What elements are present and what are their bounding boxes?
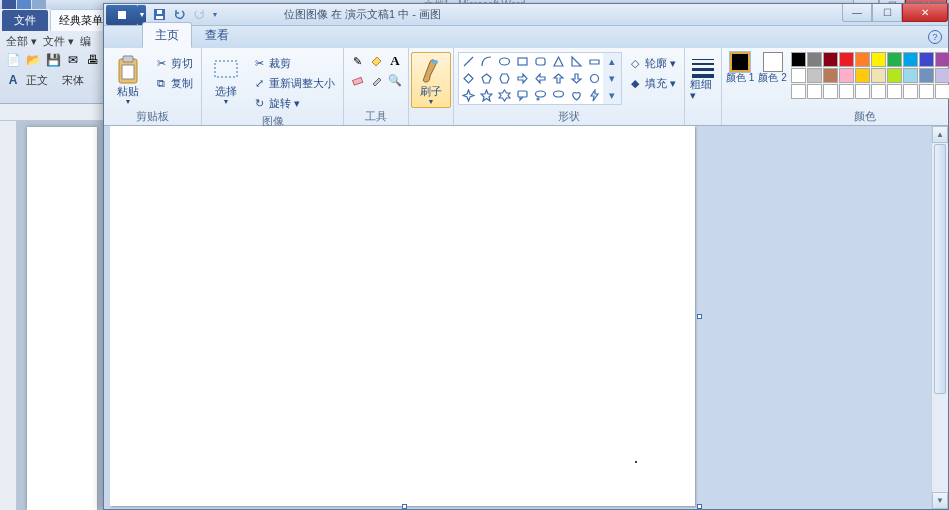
scroll-down-button[interactable]: ▼ (932, 492, 948, 509)
help-button[interactable]: ? (928, 30, 942, 44)
shape-pentagon[interactable] (477, 70, 495, 87)
palette-swatch[interactable] (919, 68, 934, 83)
resize-handle-e[interactable] (697, 314, 702, 319)
text-tool[interactable]: A (386, 52, 404, 70)
shape-star5[interactable] (477, 87, 495, 104)
close-button[interactable]: ✕ (902, 4, 948, 22)
shape-arrow-u[interactable] (549, 70, 567, 87)
new-doc-icon[interactable]: 📄 (4, 51, 22, 69)
shape-callout3[interactable] (549, 87, 567, 104)
palette-swatch[interactable] (919, 52, 934, 67)
color2-button[interactable]: 颜色 2 (758, 52, 786, 83)
shape-rect[interactable] (513, 53, 531, 70)
shape-heart[interactable] (567, 87, 585, 104)
pencil-tool[interactable]: ✎ (348, 52, 366, 70)
paste-button[interactable]: 粘贴 ▼ (108, 52, 148, 108)
palette-swatch[interactable] (871, 84, 886, 99)
select-button[interactable]: 选择 ▼ (206, 52, 246, 108)
palette-swatch[interactable] (791, 68, 806, 83)
palette-swatch[interactable] (887, 84, 902, 99)
size-button[interactable]: 粗细 ▾ (687, 52, 719, 104)
qat-customize-drop[interactable]: ▼ (210, 6, 220, 24)
resize-handle-s[interactable] (402, 504, 407, 509)
shape-roundrect[interactable] (531, 53, 549, 70)
print-icon[interactable]: 🖶 (84, 51, 102, 69)
scroll-thumb[interactable] (934, 144, 946, 394)
minimize-button[interactable]: — (842, 4, 872, 22)
shape-fill-button[interactable]: ◆填充 ▾ (624, 74, 680, 93)
word-all-menu[interactable]: 全部 ▾ (4, 34, 39, 49)
palette-swatch[interactable] (839, 68, 854, 83)
cut-button[interactable]: ✂剪切 (150, 54, 197, 73)
palette-swatch[interactable] (807, 84, 822, 99)
scroll-up-button[interactable]: ▲ (932, 126, 948, 143)
shape-more1[interactable] (585, 53, 603, 70)
qat-save-button[interactable] (150, 6, 168, 24)
paint-app-menu[interactable] (106, 5, 138, 25)
scrollbar-vertical[interactable]: ▲ ▼ (931, 126, 948, 509)
eraser-tool[interactable] (348, 71, 366, 89)
shape-triangle[interactable] (567, 53, 585, 70)
brushes-button[interactable]: 刷子 ▼ (411, 52, 451, 108)
palette-swatch[interactable] (871, 68, 886, 83)
color1-button[interactable]: 颜色 1 (726, 52, 754, 83)
qat-undo-button[interactable] (170, 6, 188, 24)
picker-tool[interactable] (367, 71, 385, 89)
resize-button[interactable]: ⤢重新调整大小 (248, 74, 339, 93)
palette-swatch[interactable] (903, 84, 918, 99)
palette-swatch[interactable] (887, 68, 902, 83)
tab-view[interactable]: 查看 (192, 22, 242, 48)
shapes-gallery[interactable]: ▴ ▾ (458, 52, 622, 105)
shape-hexagon[interactable] (495, 70, 513, 87)
palette-swatch[interactable] (823, 84, 838, 99)
shape-gallery-more[interactable]: ▾ (603, 87, 621, 104)
palette-swatch[interactable] (807, 52, 822, 67)
word-font[interactable]: 宋体 (60, 73, 86, 88)
shape-callout1[interactable] (513, 87, 531, 104)
palette-swatch[interactable] (823, 68, 838, 83)
fill-tool[interactable] (367, 52, 385, 70)
palette-swatch[interactable] (855, 84, 870, 99)
word-edit-menu[interactable]: 编 (78, 34, 93, 49)
shape-outline-button[interactable]: ◇轮廓 ▾ (624, 54, 680, 73)
palette-swatch[interactable] (807, 68, 822, 83)
shape-more2[interactable] (585, 70, 603, 87)
shape-star6[interactable] (495, 87, 513, 104)
palette-swatch[interactable] (839, 52, 854, 67)
palette-swatch[interactable] (935, 52, 949, 67)
word-file-menu[interactable]: 文件 ▾ (41, 34, 76, 49)
shape-line[interactable] (459, 53, 477, 70)
shape-arrow-l[interactable] (531, 70, 549, 87)
open-icon[interactable]: 📂 (24, 51, 42, 69)
maximize-button[interactable]: ☐ (872, 4, 902, 22)
resize-handle-se[interactable] (697, 504, 702, 509)
shape-curve[interactable] (477, 53, 495, 70)
qat-redo-button[interactable] (190, 6, 208, 24)
palette-swatch[interactable] (839, 84, 854, 99)
palette-swatch[interactable] (791, 52, 806, 67)
palette-swatch[interactable] (791, 84, 806, 99)
style-icon[interactable]: A (4, 71, 22, 89)
palette-swatch[interactable] (871, 52, 886, 67)
save-icon[interactable]: 💾 (44, 51, 62, 69)
shape-callout2[interactable] (531, 87, 549, 104)
palette-swatch[interactable] (919, 84, 934, 99)
crop-button[interactable]: ✂裁剪 (248, 54, 339, 73)
palette-swatch[interactable] (855, 68, 870, 83)
palette-swatch[interactable] (887, 52, 902, 67)
shape-arrow-r[interactable] (513, 70, 531, 87)
magnifier-tool[interactable]: 🔍 (386, 71, 404, 89)
shape-polygon[interactable] (549, 53, 567, 70)
shape-scroll-up[interactable]: ▴ (603, 53, 621, 70)
palette-swatch[interactable] (903, 52, 918, 67)
palette-swatch[interactable] (903, 68, 918, 83)
tab-home[interactable]: 主页 (142, 22, 192, 48)
palette-swatch[interactable] (855, 52, 870, 67)
shape-star4[interactable] (459, 87, 477, 104)
shape-lightning[interactable] (585, 87, 603, 104)
palette-swatch[interactable] (935, 84, 949, 99)
shape-oval[interactable] (495, 53, 513, 70)
palette-swatch[interactable] (823, 52, 838, 67)
shape-diamond[interactable] (459, 70, 477, 87)
mail-icon[interactable]: ✉ (64, 51, 82, 69)
